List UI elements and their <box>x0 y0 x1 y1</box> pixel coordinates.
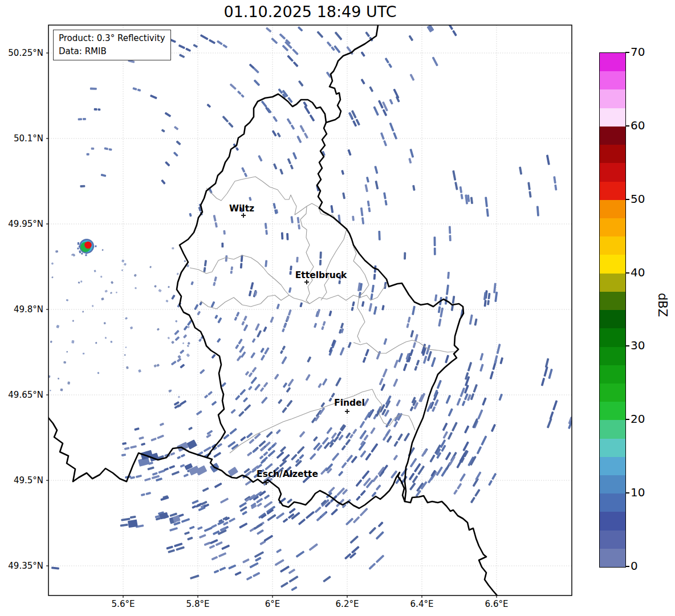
radar-echo <box>244 404 251 411</box>
radar-echo <box>338 471 344 476</box>
colorbar-segment <box>600 274 625 292</box>
radar-echo <box>393 440 399 447</box>
radar-site-clutter <box>77 239 96 256</box>
radar-echo <box>101 249 103 251</box>
radar-echo <box>408 317 411 323</box>
radar-echo <box>316 31 323 38</box>
radar-echo <box>94 108 97 111</box>
radar-echo <box>209 545 215 549</box>
radar-echo <box>319 260 322 266</box>
radar-echo <box>239 389 246 395</box>
colorbar-tick <box>625 52 629 53</box>
y-tick-label: 50.1°N <box>14 133 43 144</box>
radar-echo <box>434 294 438 301</box>
radar-echo <box>528 191 531 198</box>
radar-echo <box>353 516 360 524</box>
product-info-line2: Data: RMIB <box>59 45 165 58</box>
radar-echo <box>213 282 215 286</box>
radar-echo <box>448 408 453 417</box>
radar-echo <box>51 262 54 265</box>
radar-echo <box>347 149 351 156</box>
radar-echo <box>448 432 453 440</box>
radar-echo <box>243 324 249 331</box>
radar-echo <box>105 337 107 339</box>
radar-echo <box>168 285 170 288</box>
radar-echo <box>104 147 108 150</box>
radar-echo <box>331 393 335 398</box>
radar-echo <box>229 428 237 435</box>
radar-echo <box>183 334 187 338</box>
radar-echo <box>138 369 141 373</box>
radar-echo <box>363 434 368 440</box>
radar-echo <box>144 478 151 482</box>
radar-echo <box>242 558 250 564</box>
radar-echo <box>187 537 193 541</box>
radar-echo <box>177 355 181 359</box>
radar-echo <box>283 382 288 388</box>
radar-echo <box>125 346 127 348</box>
clutter-speck <box>81 253 83 255</box>
radar-echo <box>409 349 413 357</box>
radar-echo <box>352 429 357 434</box>
radar-echo <box>90 88 97 90</box>
radar-echo <box>249 439 254 444</box>
radar-echo <box>220 497 229 504</box>
colorbar-tick <box>625 345 629 346</box>
radar-echo <box>462 401 466 406</box>
radar-echo <box>393 421 399 428</box>
radar-echo <box>487 293 490 299</box>
radar-echo <box>403 363 408 371</box>
radar-echo <box>130 516 136 519</box>
radar-echo <box>470 197 473 204</box>
radar-echo <box>213 452 221 458</box>
radar-echo <box>491 424 496 432</box>
radar-echo <box>499 357 503 364</box>
radar-echo <box>426 25 434 32</box>
x-tick-label: 5.6°E <box>112 599 135 609</box>
radar-echo <box>91 148 95 150</box>
radar-echo <box>491 473 497 480</box>
radar-echo <box>265 260 267 267</box>
radar-echo <box>379 378 383 385</box>
radar-echo <box>360 450 366 458</box>
radar-echo <box>364 184 368 192</box>
radar-echo <box>349 535 359 544</box>
radar-echo <box>298 80 304 87</box>
radar-echo <box>178 44 185 50</box>
radar-echo <box>543 366 548 377</box>
radar-echo <box>323 576 331 582</box>
radar-echo <box>536 206 539 216</box>
radar-echo <box>385 431 390 436</box>
radar-echo <box>214 483 222 488</box>
colorbar-segment <box>600 182 625 200</box>
radar-echo <box>341 170 344 175</box>
radar-echo <box>182 342 185 344</box>
radar-echo <box>479 364 484 372</box>
radar-echo <box>243 316 247 321</box>
radar-echo <box>221 243 223 248</box>
colorbar-tick <box>625 419 629 420</box>
map-canvas: WiltzEttelbruckFindelEsch/Alzette5.6°E5.… <box>0 0 675 616</box>
radar-echo <box>110 292 112 294</box>
radar-echo <box>194 304 198 310</box>
radar-echo <box>304 105 311 115</box>
radar-echo <box>335 31 343 40</box>
radar-echo <box>238 411 245 417</box>
radar-echo <box>442 431 448 439</box>
radar-echo <box>373 306 377 315</box>
radar-echo <box>230 83 237 90</box>
radar-echo <box>263 451 268 456</box>
radar-echo <box>78 118 83 120</box>
radar-echo <box>202 487 209 492</box>
radar-echo <box>174 126 179 130</box>
radar-echo <box>348 342 352 348</box>
radar-echo <box>445 452 452 460</box>
radar-echo <box>169 527 178 532</box>
radar-echo <box>283 518 288 523</box>
radar-echo <box>185 48 191 52</box>
radar-echo <box>55 250 58 253</box>
radar-echo <box>80 185 85 187</box>
radar-echo <box>164 112 171 117</box>
radar-echo <box>209 39 215 44</box>
colorbar-tick-label: 10 <box>631 486 645 499</box>
